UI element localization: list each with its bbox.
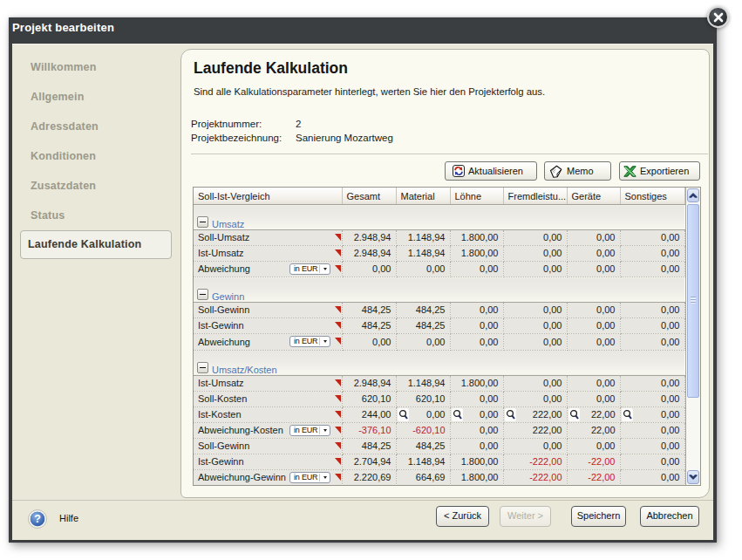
svg-text:?: ? bbox=[34, 513, 41, 525]
